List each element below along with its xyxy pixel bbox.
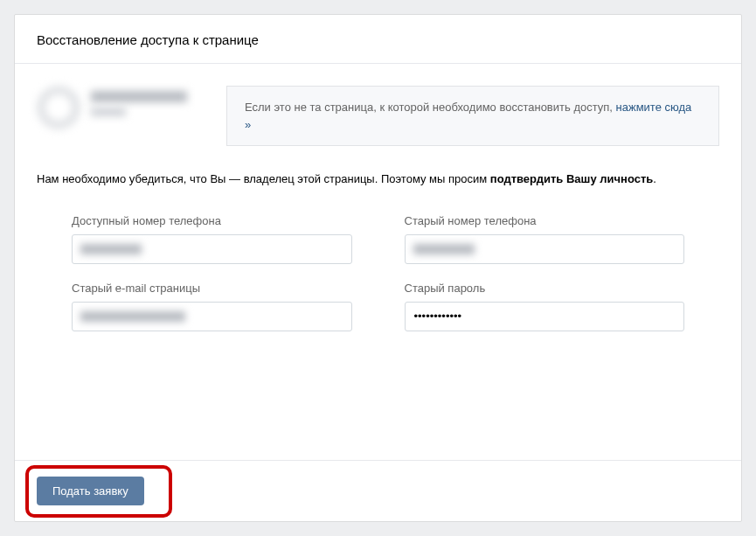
panel-footer: Подать заявку [15, 460, 741, 521]
old-email-group: Старый e-mail страницы [72, 282, 352, 331]
old-email-input[interactable] [72, 302, 352, 331]
blurred-value-wrap [72, 234, 352, 264]
blurred-value-wrap [72, 302, 352, 331]
intro-part1: Нам необходимо убедиться, что Вы — владе… [37, 172, 490, 185]
notice-text: Если это не та страница, к которой необх… [245, 101, 616, 114]
panel-header: Восстановление доступа к странице [15, 15, 741, 64]
intro-after: . [653, 172, 656, 185]
notice-box: Если это не та страница, к которой необх… [226, 86, 719, 146]
panel-body: Если это не та страница, к которой необх… [15, 64, 741, 460]
old-password-group: Старый пароль [405, 282, 685, 331]
avatar [37, 86, 80, 129]
form-col-right: Старый номер телефона Старый пароль [405, 214, 685, 349]
available-phone-input[interactable] [72, 234, 352, 264]
old-phone-label: Старый номер телефона [405, 214, 685, 227]
blurred-value-wrap [405, 234, 685, 264]
old-password-label: Старый пароль [405, 282, 685, 295]
old-phone-group: Старый номер телефона [405, 214, 685, 264]
intro-text: Нам необходимо убедиться, что Вы — владе… [37, 171, 719, 188]
top-row: Если это не та страница, к которой необх… [37, 86, 719, 146]
form-col-left: Доступный номер телефона Старый e-mail с… [72, 214, 352, 349]
available-phone-label: Доступный номер телефона [72, 214, 352, 227]
blurred-name [91, 91, 187, 102]
page-title: Восстановление доступа к странице [37, 32, 719, 47]
restore-access-panel: Восстановление доступа к странице Если э… [14, 14, 742, 522]
old-phone-input[interactable] [405, 234, 685, 264]
intro-strong: подтвердить Вашу личность [490, 172, 653, 185]
profile-block [37, 86, 187, 146]
old-email-label: Старый e-mail страницы [72, 282, 352, 295]
form-grid: Доступный номер телефона Старый e-mail с… [37, 214, 719, 375]
blurred-sub [91, 108, 126, 116]
old-password-input[interactable] [405, 302, 685, 331]
profile-name [91, 91, 187, 116]
available-phone-group: Доступный номер телефона [72, 214, 352, 264]
submit-button[interactable]: Подать заявку [37, 477, 144, 505]
